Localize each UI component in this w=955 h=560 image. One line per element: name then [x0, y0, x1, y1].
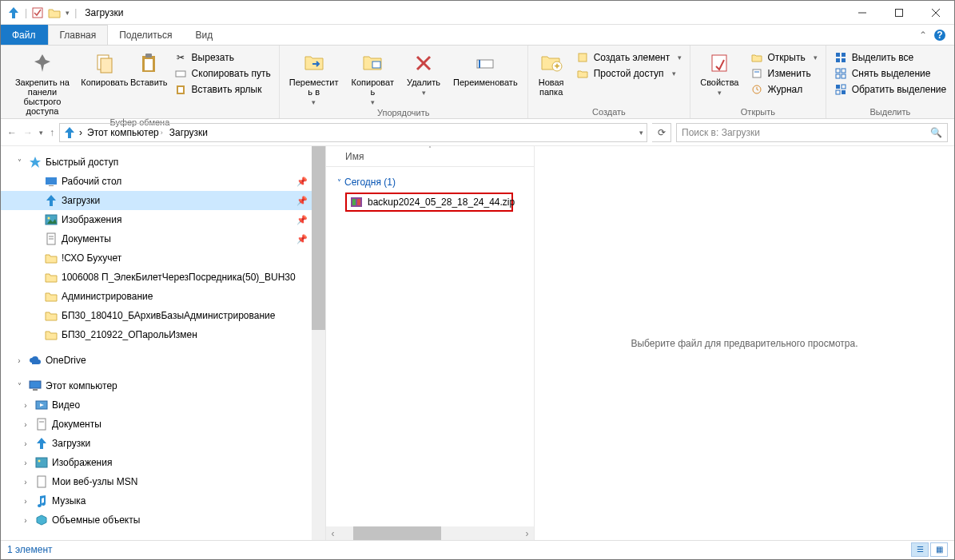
copy-path-button[interactable]: Скопировать путь [171, 66, 274, 81]
preview-pane: Выберите файл для предварительного просм… [534, 146, 954, 540]
open-button[interactable]: Открыть▾ [747, 50, 821, 65]
forward-button[interactable]: → [23, 127, 33, 138]
collapse-icon[interactable]: ˅ [14, 158, 25, 167]
file-scroll-thumb[interactable] [353, 526, 441, 540]
invert-selection-button[interactable]: Обратить выделение [831, 82, 950, 97]
search-icon[interactable]: 🔍 [930, 127, 942, 138]
view-large-icons-button[interactable]: ▦ [930, 542, 948, 557]
chevron-down-icon: ▾ [672, 70, 676, 77]
tree-item[interactable]: ›Загрузки [1, 434, 325, 453]
view-details-button[interactable]: ☰ [911, 542, 929, 557]
file-item[interactable]: backup2024_05_28_18_24_44.zip [345, 193, 513, 212]
select-all-button[interactable]: Выделить все [831, 50, 950, 65]
breadcrumb-segment[interactable]: Загрузки [168, 127, 209, 138]
tree-item[interactable]: Администрирование [1, 287, 325, 306]
pin-to-quick-access-button[interactable]: Закрепить на панели быстрого доступа [6, 49, 79, 117]
tree-quick-access[interactable]: ˅ Быстрый доступ [1, 153, 325, 172]
tab-view[interactable]: Вид [184, 25, 225, 45]
tree-item[interactable]: Загрузки📌 [1, 191, 325, 210]
svg-rect-34 [842, 74, 846, 78]
search-input[interactable]: Поиск в: Загрузки 🔍 [676, 123, 948, 142]
new-folder-button[interactable]: ✦ Новая папка [533, 49, 570, 98]
tree-this-pc[interactable]: ˅ Этот компьютер [1, 376, 325, 395]
properties-button[interactable]: Свойства ▾ [695, 49, 743, 98]
move-to-button[interactable]: Переместит ь в ▾ [285, 49, 344, 108]
svg-rect-46 [30, 381, 41, 388]
qat-folder-icon[interactable] [48, 7, 61, 18]
copy-to-button[interactable]: Копироват ь ▾ [347, 49, 400, 108]
breadcrumb-segment[interactable]: Этот компьютер› [86, 127, 165, 138]
open-icon [750, 51, 763, 64]
paste-shortcut-button[interactable]: Вставить ярлык [171, 82, 274, 97]
status-bar: 1 элемент ☰ ▦ [1, 540, 954, 558]
qat-dropdown-icon[interactable]: ▾ [66, 9, 70, 17]
pc-icon [28, 379, 42, 393]
paste-button[interactable]: Вставить [130, 49, 168, 89]
svg-rect-33 [836, 74, 840, 78]
close-button[interactable] [917, 1, 954, 25]
back-button[interactable]: ← [7, 127, 17, 138]
svg-rect-53 [38, 476, 46, 487]
tree-item[interactable]: ›Объемные объекты [1, 510, 325, 530]
expand-icon[interactable]: › [20, 401, 31, 410]
expand-icon[interactable]: › [20, 516, 31, 525]
collapse-icon[interactable]: ˅ [14, 382, 25, 391]
expand-icon[interactable]: › [20, 478, 31, 487]
chevron-right-icon[interactable]: › [79, 127, 82, 138]
refresh-button[interactable]: ⟳ [652, 123, 671, 142]
tree-item[interactable]: ›Музыка [1, 491, 325, 510]
tree-item[interactable]: 1006008 П_ЭлекБилетЧерезПосредника(50)_B… [1, 268, 325, 287]
edit-button[interactable]: Изменить [747, 66, 821, 81]
folder-icon [34, 436, 49, 451]
tab-home[interactable]: Главная [48, 25, 109, 45]
expand-icon[interactable]: › [20, 497, 31, 506]
column-header-name[interactable]: ˄ Имя [326, 146, 534, 167]
collapse-icon[interactable]: ˅ [337, 178, 341, 187]
new-item-icon [576, 51, 589, 64]
up-button[interactable]: ↑ [50, 127, 54, 138]
tree-onedrive[interactable]: › OneDrive [1, 351, 325, 370]
tree-item[interactable]: БП30_210922_ОПарольИзмен [1, 325, 325, 344]
tree-item[interactable]: БП30_180410_БАрхивБазыАдминистрирование [1, 306, 325, 325]
file-horizontal-scrollbar[interactable]: ‹ › [326, 526, 534, 540]
rename-button[interactable]: Переименовать [448, 49, 523, 89]
history-button[interactable]: Журнал [747, 82, 821, 97]
tree-item[interactable]: ›Документы [1, 415, 325, 434]
delete-button[interactable]: Удалить ▾ [402, 49, 445, 98]
file-group-header[interactable]: ˅ Сегодня (1) [334, 173, 534, 193]
new-item-button[interactable]: Создать элемент▾ [573, 50, 686, 65]
help-icon[interactable]: ? [933, 29, 946, 42]
tab-file[interactable]: Файл [1, 25, 48, 45]
properties-icon [706, 50, 732, 76]
pin-icon: 📌 [296, 234, 308, 244]
chevron-right-icon[interactable]: › [161, 129, 163, 137]
expand-icon[interactable]: › [14, 356, 25, 365]
tree-item[interactable]: Рабочий стол📌 [1, 172, 325, 191]
cut-button[interactable]: ✂Вырезать [171, 50, 274, 65]
expand-icon[interactable]: › [20, 420, 31, 429]
minimize-button[interactable] [844, 1, 881, 25]
edit-icon [750, 67, 763, 80]
tree-item[interactable]: Документы📌 [1, 229, 325, 248]
tab-share[interactable]: Поделиться [108, 25, 184, 45]
tree-item[interactable]: ›Видео [1, 395, 325, 415]
ribbon-group-clipboard: Закрепить на панели быстрого доступа Коп… [1, 46, 280, 118]
copy-button[interactable]: Копировать [82, 49, 127, 89]
qat-checkbox-icon[interactable] [32, 7, 43, 18]
address-bar[interactable]: › Этот компьютер› Загрузки ▾ [59, 123, 647, 142]
expand-icon[interactable]: › [20, 439, 31, 448]
select-none-button[interactable]: Снять выделение [831, 66, 950, 81]
collapse-ribbon-icon[interactable]: ⌃ [919, 30, 927, 41]
recent-locations-button[interactable]: ▾ [39, 129, 43, 137]
address-dropdown-icon[interactable]: ▾ [639, 129, 643, 137]
tree-scroll-thumb[interactable] [312, 146, 325, 330]
sort-indicator-icon: ˄ [428, 145, 432, 153]
expand-icon[interactable]: › [20, 459, 31, 467]
maximize-button[interactable] [881, 1, 917, 25]
tree-item[interactable]: Изображения📌 [1, 210, 325, 229]
easy-access-button[interactable]: Простой доступ▾ [573, 66, 686, 81]
tree-item[interactable]: !СХО Бухучет [1, 248, 325, 268]
tree-item[interactable]: ›Мои веб-узлы MSN [1, 472, 325, 491]
tree-item[interactable]: ›Изображения [1, 453, 325, 472]
chevron-down-icon: ▾ [312, 98, 316, 106]
